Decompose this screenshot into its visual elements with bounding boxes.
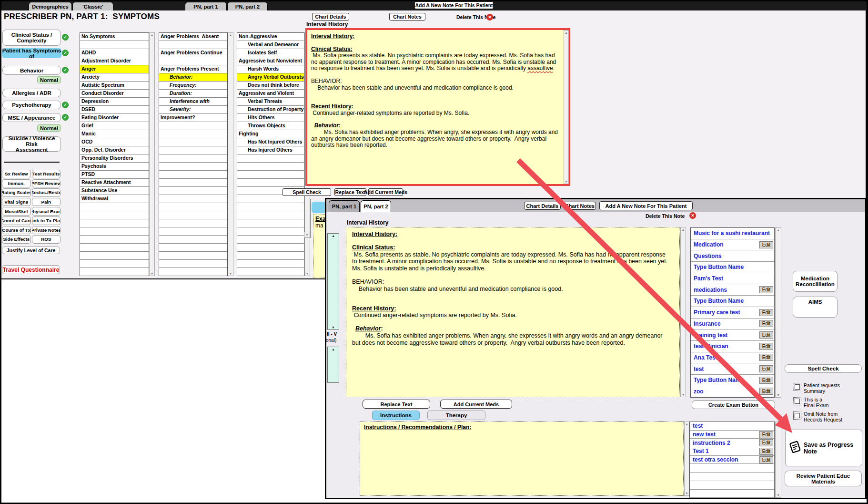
delete-note-x-icon[interactable]: ✕ (689, 212, 696, 219)
button-list-row[interactable]: Test 1Edit (690, 447, 774, 456)
chart-notes-button[interactable]: Chart Notes (389, 13, 425, 21)
list-item[interactable]: Hits Others (237, 114, 304, 122)
sidebar-suicide-risk-button[interactable]: Suicide / Violence Risk Assessment (2, 136, 61, 152)
sidebar-mini-button[interactable]: Course of Tx (2, 226, 31, 235)
sidebar-mini-button[interactable]: Test Results (32, 170, 61, 178)
sidebar-mini-button[interactable]: Pain (32, 198, 61, 206)
omit-note-checkbox[interactable] (795, 413, 800, 418)
list-item[interactable]: Isolates Self (237, 49, 304, 57)
list-item[interactable] (80, 227, 149, 236)
chart-notes-button[interactable]: Chart Notes (564, 202, 596, 210)
medication-reconciliation-button[interactable]: Medication Reconcilliation (793, 271, 838, 292)
sidebar-mini-button[interactable]: Immun. (2, 179, 31, 188)
sidebar-behavior-button[interactable]: Behavior (2, 66, 61, 75)
list-item[interactable]: Duration: (159, 90, 227, 98)
note-scrollbar[interactable]: ▲▼ (564, 30, 569, 184)
list-item[interactable] (159, 171, 227, 179)
scroll-up-icon[interactable]: ▲ (229, 33, 232, 37)
list-item[interactable]: Frequency: (159, 82, 227, 90)
sidebar-patient-symptoms-button[interactable]: Patient has Symptoms of (2, 48, 61, 58)
list-item[interactable]: Severity: (159, 106, 227, 114)
list-item[interactable] (159, 122, 227, 130)
button-list-row[interactable]: test (690, 422, 774, 431)
list-item[interactable] (159, 154, 227, 163)
list-item[interactable] (159, 130, 227, 138)
add-new-note-button[interactable]: Add A New Note For This Patient (599, 201, 693, 210)
list-item[interactable]: Does not think before (237, 82, 304, 90)
list-item[interactable] (237, 268, 304, 276)
save-as-progress-note-button[interactable]: Save as Progress Note (785, 430, 862, 466)
list-item[interactable] (80, 268, 149, 276)
list-item[interactable] (159, 268, 227, 276)
list-item[interactable]: Autistic Spectrum (80, 82, 149, 90)
final-exam-checkbox[interactable] (795, 399, 800, 404)
list-item[interactable]: Personality Disorders (80, 154, 149, 163)
list-item[interactable] (159, 236, 227, 244)
edit-button[interactable]: Edit (759, 431, 773, 438)
sidebar-mini-button[interactable]: Link to Tx Plan (32, 216, 61, 225)
list-item[interactable] (159, 227, 227, 236)
button-list-row[interactable]: Type Button Name (691, 262, 774, 273)
list-item[interactable] (80, 211, 149, 219)
edit-button[interactable]: Edit (759, 286, 773, 293)
replace-text-button[interactable]: Replace Text (334, 188, 366, 196)
button-list-row[interactable]: test otra seccionEdit (690, 456, 774, 464)
sidebar-mini-button[interactable]: ROS (32, 235, 61, 244)
list-item[interactable] (237, 171, 304, 179)
tab-pn-part1[interactable]: PN, part 1 (329, 200, 360, 212)
scroll-up-icon[interactable]: ▲ (777, 422, 780, 426)
list-item[interactable]: Substance Use (80, 187, 149, 195)
button-list-row[interactable] (690, 464, 774, 473)
instructions-textarea[interactable]: Instructions / Recommendations / Plan: (360, 422, 684, 496)
button-list-row[interactable]: instructions 2Edit (690, 439, 774, 447)
list-item[interactable]: Anger (80, 65, 149, 73)
tab-therapy[interactable]: Therapy (427, 411, 485, 420)
behavior-normal-badge[interactable]: Normal (37, 76, 61, 83)
travel-questionnaire-button[interactable]: Travel Questionnaire (2, 265, 60, 274)
scroll-down-icon[interactable]: ▼ (304, 232, 310, 238)
tab-pn-part1[interactable]: PN, part 1 (185, 2, 227, 10)
button-list-row[interactable]: Questions (691, 250, 774, 262)
note-scrollbar[interactable]: ▲▼ (680, 227, 686, 397)
list-item[interactable] (159, 219, 227, 227)
replace-text-button[interactable]: Replace Text (363, 400, 430, 409)
scroll-down-icon[interactable]: ▼ (229, 272, 232, 275)
scroll-up-icon[interactable]: ▲ (151, 33, 154, 37)
list-item[interactable] (237, 179, 304, 187)
list-item[interactable]: Behavior: (159, 73, 227, 82)
button-list-row[interactable]: Primary care testEdit (691, 307, 774, 319)
list-item[interactable]: Improvement? (159, 114, 227, 122)
edit-button[interactable]: Edit (759, 343, 773, 350)
list-item[interactable] (237, 203, 304, 211)
list-item[interactable] (159, 146, 227, 154)
list-item[interactable]: OCD (80, 138, 149, 146)
list-item[interactable]: No Symptoms (80, 33, 149, 41)
list-item[interactable] (80, 260, 149, 268)
list-item[interactable]: Aggressive and Violent (237, 90, 304, 98)
edit-button[interactable]: Edit (759, 448, 773, 455)
tab-pn-part2[interactable]: PN, part 2 (227, 2, 268, 10)
list-item[interactable] (237, 219, 304, 227)
sidebar-mini-button[interactable]: Coord of Care (2, 216, 31, 225)
button-list-row[interactable]: new testEdit (690, 431, 774, 439)
sidebar-mini-button[interactable]: Physical Exam (32, 207, 61, 216)
list-item[interactable]: Depression (80, 98, 149, 106)
chart-details-button[interactable]: Chart Details (312, 13, 349, 21)
list-item[interactable]: Withdrawal (80, 195, 149, 203)
list-item[interactable]: Has Injured Others (237, 146, 304, 154)
button-list-row[interactable]: Music for a sushi restaurant (691, 228, 774, 239)
tab-instructions[interactable]: Instructions (372, 411, 420, 420)
patient-requests-summary-checkbox[interactable] (795, 384, 800, 390)
list-item[interactable]: Psychosis (80, 163, 149, 171)
list-item[interactable] (159, 41, 227, 49)
list-item[interactable]: Throws Objects (237, 122, 304, 130)
list-item[interactable]: DSED (80, 106, 149, 114)
list-item[interactable] (159, 163, 227, 171)
list-item[interactable]: Anger Problems Present (159, 65, 227, 73)
list-item[interactable]: Adjustment Disorder (80, 57, 149, 65)
list-item[interactable]: Manic (80, 130, 149, 138)
edit-button[interactable]: Edit (759, 365, 773, 372)
chart-details-button[interactable]: Chart Details (524, 202, 561, 210)
list-item[interactable] (237, 227, 304, 236)
add-current-meds-button[interactable]: Add Current Meds (440, 400, 512, 409)
